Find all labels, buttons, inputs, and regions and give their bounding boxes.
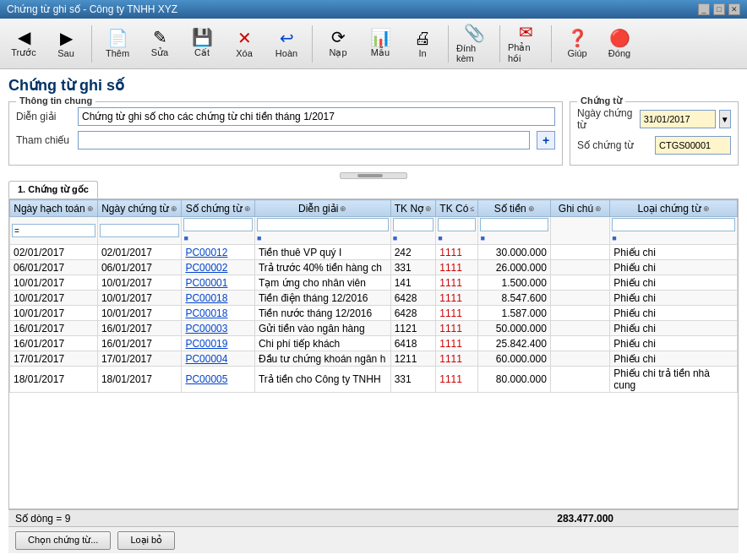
- cell-so-tien: 25.842.400: [478, 336, 550, 351]
- so-ct-link[interactable]: PC00003: [185, 323, 227, 334]
- table-row[interactable]: 16/01/2017 16/01/2017 PC00019 Chi phí ti…: [10, 336, 738, 351]
- table-row[interactable]: 06/01/2017 06/01/2017 PC00002 Trả trước …: [10, 260, 738, 275]
- filter-tk-co[interactable]: [438, 218, 476, 231]
- so-ct-link[interactable]: PC00005: [185, 373, 227, 385]
- so-ct-link[interactable]: PC00018: [185, 307, 227, 319]
- filter-icon-9[interactable]: ■: [612, 234, 616, 242]
- toolbar-sep-2: [312, 25, 313, 63]
- close-toolbar-label: Đóng: [608, 48, 630, 58]
- table-row[interactable]: 16/01/2017 16/01/2017 PC00003 Gửi tiền v…: [10, 321, 738, 336]
- forward-button[interactable]: ▶ Sau: [46, 22, 86, 66]
- attach-button[interactable]: 📎 Đính kèm: [454, 22, 494, 66]
- table-row[interactable]: 17/01/2017 17/01/2017 PC00004 Đầu tư chứ…: [10, 351, 738, 367]
- back-button[interactable]: ◀ Trước: [3, 22, 44, 66]
- cell-so-ct: PC00012: [182, 245, 254, 260]
- tab-chung-tu-goc[interactable]: 1. Chứng từ gốc: [8, 181, 98, 198]
- chung-tu-legend: Chứng từ: [577, 95, 625, 106]
- filter-ngay-ct[interactable]: [100, 224, 180, 237]
- filter-icon-4[interactable]: ■: [257, 234, 261, 242]
- so-ct-link[interactable]: PC00002: [185, 262, 227, 274]
- filter-loai[interactable]: [612, 218, 735, 231]
- filter-tk-no[interactable]: [393, 218, 434, 231]
- cell-ghi-chu: [550, 245, 609, 260]
- dien-giai-input[interactable]: [78, 107, 555, 126]
- col-ngay-ht-label: Ngày hạch toán: [14, 203, 85, 215]
- tham-chieu-input[interactable]: [78, 131, 530, 150]
- table-row[interactable]: 10/01/2017 10/01/2017 PC00001 Tạm ứng ch…: [10, 275, 738, 291]
- so-ct-link[interactable]: PC00019: [185, 338, 227, 350]
- filter-icon-3[interactable]: ■: [183, 234, 188, 242]
- edit-button[interactable]: ✎ Sửa: [139, 22, 180, 66]
- filter-dien-giai[interactable]: [257, 218, 389, 231]
- col-dien-giai-label: Diễn giải: [298, 203, 338, 215]
- add-label: Thêm: [106, 48, 129, 58]
- sort-icon-5[interactable]: ⊕: [425, 204, 432, 213]
- template-button[interactable]: 📊 Mẫu: [360, 22, 401, 66]
- minimize-btn[interactable]: _: [698, 3, 710, 15]
- so-chung-tu-input[interactable]: [655, 136, 731, 155]
- ngay-chung-tu-dropdown[interactable]: ▼: [719, 110, 731, 128]
- sort-icon-9[interactable]: ⊕: [703, 204, 710, 213]
- sort-icon-8[interactable]: ⊕: [595, 204, 602, 213]
- feedback-button[interactable]: ✉ Phản hồi: [505, 22, 546, 66]
- so-ct-link[interactable]: PC00018: [185, 292, 227, 304]
- table-row[interactable]: 10/01/2017 10/01/2017 PC00018 Tiền nước …: [10, 306, 738, 321]
- filter-icon-5[interactable]: ■: [393, 234, 397, 242]
- cell-tk-co: 1111: [436, 321, 478, 336]
- cell-dien-giai: Tiền nước tháng 12/2016: [254, 306, 390, 321]
- table-row[interactable]: 02/01/2017 02/01/2017 PC00012 Tiền thuê …: [10, 245, 738, 260]
- sort-icon-2[interactable]: ⊕: [171, 204, 177, 213]
- table-row[interactable]: 18/01/2017 18/01/2017 PC00005 Trả tiền c…: [10, 367, 738, 393]
- delete-icon: ✕: [237, 30, 252, 46]
- filter-cell-1: [10, 217, 98, 245]
- print-button[interactable]: 🖨 In: [402, 22, 443, 66]
- sort-icon-1[interactable]: ⊕: [87, 204, 94, 213]
- loai-bo-button[interactable]: Loại bỏ: [117, 531, 175, 550]
- cell-loai: Phiếu chi: [610, 351, 738, 367]
- filter-icon-6[interactable]: ■: [438, 234, 442, 242]
- col-tk-co-label: TK Có: [439, 203, 468, 215]
- cell-so-tien: 1.500.000: [478, 275, 550, 291]
- so-ct-link[interactable]: PC00001: [185, 277, 227, 289]
- titlebar: Chứng từ ghi số - Công ty TNHH XYZ _ □ ✕: [0, 0, 747, 19]
- close-toolbar-icon: 🔴: [609, 30, 630, 46]
- cell-loai: Phiếu chi: [610, 260, 738, 275]
- close-btn[interactable]: ✕: [728, 3, 740, 15]
- cell-ghi-chu: [550, 260, 609, 275]
- cell-ngay-ct: 18/01/2017: [97, 367, 182, 393]
- cell-dien-giai: Tiền điện tháng 12/2016: [254, 291, 390, 306]
- ngay-chung-tu-input[interactable]: [640, 110, 716, 128]
- sort-icon-7[interactable]: ⊕: [528, 204, 535, 213]
- help-button[interactable]: ❓ Giúp: [557, 22, 597, 66]
- sort-icon-3[interactable]: ⊕: [244, 204, 251, 213]
- add-button[interactable]: 📄 Thêm: [97, 22, 138, 66]
- save-button[interactable]: 💾 Cất: [182, 22, 222, 66]
- close-toolbar-button[interactable]: 🔴 Đóng: [599, 22, 640, 66]
- cell-so-ct: PC00004: [182, 351, 254, 367]
- cell-loai: Phiếu chi: [610, 306, 738, 321]
- scroll-bar[interactable]: [340, 172, 407, 179]
- tham-chieu-add-button[interactable]: +: [537, 131, 555, 150]
- cell-so-ct: PC00019: [182, 336, 254, 351]
- refresh-button[interactable]: ⟳ Nạp: [318, 22, 358, 66]
- thong-tin-chung-section: Thông tin chung Diễn giải Tham chiếu +: [8, 101, 563, 166]
- cell-ngay-ct: 06/01/2017: [97, 260, 182, 275]
- chon-chung-tu-button[interactable]: Chọn chứng từ...: [15, 531, 111, 550]
- filter-icon-7[interactable]: ■: [480, 234, 484, 242]
- so-ct-link[interactable]: PC00004: [185, 353, 227, 365]
- toolbar-sep-1: [91, 25, 92, 63]
- sort-icon-6[interactable]: ≤: [470, 204, 474, 213]
- col-header-tk-co: TK Có≤: [436, 200, 478, 217]
- filter-ngay-ht[interactable]: [12, 224, 95, 237]
- table-row[interactable]: 10/01/2017 10/01/2017 PC00018 Tiền điện …: [10, 291, 738, 306]
- sort-icon-4[interactable]: ⊕: [340, 204, 346, 213]
- cell-loai: Phiếu chi: [610, 321, 738, 336]
- cell-so-tien: 50.000.000: [478, 321, 550, 336]
- undo-button[interactable]: ↩ Hoàn: [266, 22, 307, 66]
- filter-so-ct[interactable]: [183, 218, 252, 231]
- cell-so-tien: 80.000.000: [478, 367, 550, 393]
- maximize-btn[interactable]: □: [713, 3, 725, 15]
- delete-button[interactable]: ✕ Xóa: [224, 22, 264, 66]
- so-ct-link[interactable]: PC00012: [185, 247, 227, 258]
- filter-so-tien[interactable]: [480, 218, 548, 231]
